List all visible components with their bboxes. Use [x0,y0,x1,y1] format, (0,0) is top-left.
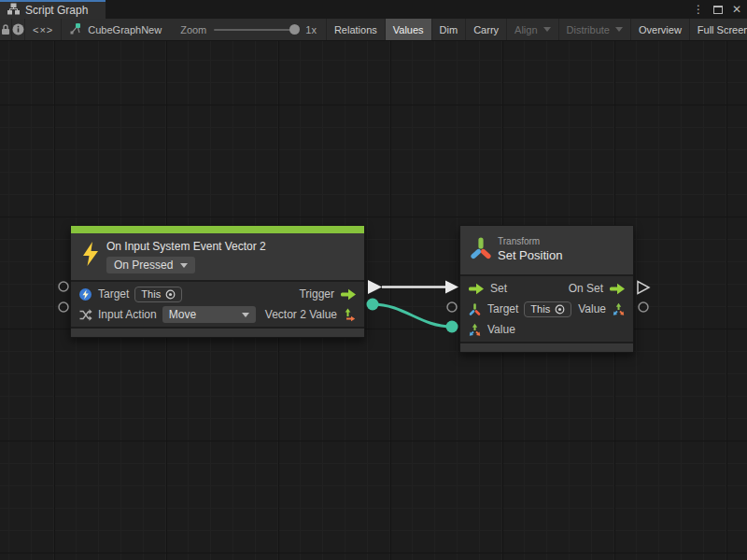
port-label: Set [490,282,507,295]
event-node-color-bar [71,226,364,233]
port-row-value: Value [460,319,633,340]
chevron-down-icon [242,313,249,317]
chevron-down-icon [615,27,623,32]
port-target-input[interactable] [447,302,457,312]
info-icon[interactable] [12,19,25,40]
lightning-bolt-icon [80,241,101,270]
zoom-level: 1x [305,24,317,35]
code-preview-toggle[interactable]: <×> [25,19,62,40]
port-label: Input Action [98,308,157,321]
node-footer [71,327,364,337]
port-label: Value [487,323,515,336]
carry-button[interactable]: Carry [466,19,507,40]
port-label: Value [578,302,606,315]
flow-arrow-icon [468,283,485,295]
port-trigger-output[interactable] [368,280,382,294]
tab-script-graph[interactable]: Script Graph [0,0,106,19]
port-value-output[interactable] [639,302,648,312]
graph-name: CubeGraphNew [88,24,162,35]
window-menu-icon[interactable]: ⋮ [693,4,704,15]
port-label: Target [98,287,129,301]
align-button[interactable]: Align [507,19,558,40]
flow-arrow-icon [340,288,357,301]
port-chain-input-1[interactable] [59,282,68,291]
port-row-set: Set On Set [460,278,633,299]
graph-breadcrumb[interactable]: CubeGraphNew [62,19,171,40]
vector3-icon [612,302,626,316]
chevron-down-icon [180,263,188,268]
chevron-down-icon [543,27,551,32]
port-label: Vector 2 Value [265,308,337,321]
lock-icon[interactable] [0,19,12,40]
target-dot-icon [555,304,565,315]
target-object-picker[interactable]: This [524,301,571,317]
flow-arrow-icon [609,283,626,295]
values-button[interactable]: Values [386,19,432,40]
full-screen-button[interactable]: Full Screen [690,19,747,40]
target-dot-icon [165,289,176,300]
zoom-slider[interactable] [214,29,298,31]
overview-button[interactable]: Overview [631,19,690,40]
event-node-header[interactable]: On Input System Event Vector 2 On Presse… [71,233,364,280]
port-label: Target [487,302,518,315]
event-target-icon [78,287,92,301]
port-on-set-output[interactable] [638,282,649,294]
wire-vector2-to-value[interactable] [373,304,452,327]
target-object-picker[interactable]: This [134,287,182,302]
zoom-slider-handle[interactable] [289,24,300,35]
node-set-position[interactable]: Transform Set Position Set On Set [459,225,634,353]
distribute-button[interactable]: Distribute [559,19,631,40]
graph-canvas[interactable]: On Input System Event Vector 2 On Presse… [0,41,747,560]
node-title: On Input System Event Vector 2 [106,240,355,253]
port-chain-input-2[interactable] [59,302,68,312]
dim-button[interactable]: Dim [432,19,467,40]
node-title: Set Position [498,248,622,262]
vector3-icon [468,323,482,337]
input-action-icon [78,308,92,322]
relations-button[interactable]: Relations [327,19,386,40]
zoom-control: Zoom 1x [171,19,327,40]
port-row-target: Target This Trigger [71,284,364,304]
port-label: On Set [569,282,603,295]
zoom-label: Zoom [180,24,206,35]
input-action-dropdown[interactable]: Move [162,306,256,323]
window-close-icon[interactable]: ✕ [732,4,741,15]
tab-title: Script Graph [25,4,88,17]
set-position-header[interactable]: Transform Set Position [460,226,633,274]
script-graph-icon [7,3,20,18]
vector2-icon [343,308,357,322]
port-row-target: Target This Value [460,299,633,319]
event-type-dropdown[interactable]: On Pressed [106,257,195,273]
node-category: Transform [498,236,622,246]
graph-toolbar: <×> CubeGraphNew Zoom 1x Relations Value… [0,19,747,41]
graph-icon [69,22,82,37]
port-value-input[interactable] [446,321,458,333]
window-maximize-icon[interactable] [713,6,723,14]
transform-small-icon [468,302,482,316]
node-footer [460,342,633,352]
port-vector2-value-output[interactable] [367,299,379,311]
port-row-input-action: Input Action Move Vector 2 Value [71,304,364,325]
wire-arrowhead-icon [445,281,458,294]
node-on-input-system-event[interactable]: On Input System Event Vector 2 On Presse… [70,225,365,338]
transform-icon [470,236,492,263]
window-titlebar: Script Graph ⋮ ✕ [0,0,747,19]
port-label: Trigger [299,287,334,301]
